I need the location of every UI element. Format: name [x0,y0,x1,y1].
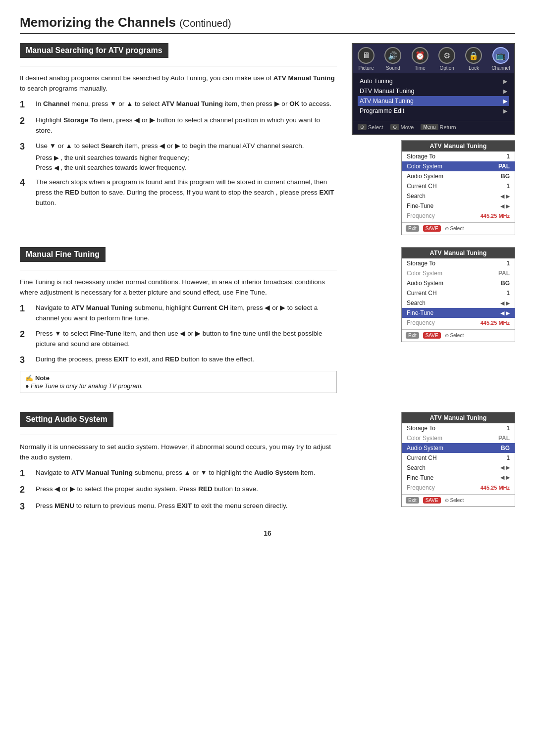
section1-left: Manual Searching for ATV programs If des… [20,43,337,235]
section1-header: Manual Searching for ATV programs [20,43,337,64]
title-text: Memorizing the Channels [20,15,176,30]
atv-row-search: Search ◀ ▶ [402,191,515,201]
atv-p3-row-storage-to: Storage To 1 [402,423,515,433]
note-title: ✍ Note [25,374,331,382]
step-2-1: 1 Navigate to ATV Manual Tuning submenu,… [20,303,337,324]
title-suffix: (Continued) [179,18,231,29]
atv-panel-1-title: ATV Manual Tuning [402,141,515,151]
atv-p2-row-audio-system: Audio System BG [402,278,515,288]
atv-p3-row-search: Search ◀ ▶ [402,463,515,473]
tv-menu-footer: ⊙ Select ⊙ Move Menu Return [353,121,514,130]
tv-icon-picture: 🖥 Picture [354,47,378,71]
section2-left: Manual Fine Tuning Fine Tuning is not ne… [20,247,337,400]
section2: Manual Fine Tuning Fine Tuning is not ne… [20,247,515,400]
step-1-2: 2 Highlight Storage To item, press ◀ or … [20,115,337,136]
step-1-4: 4 The search stops when a program is fou… [20,177,337,208]
main-title: Memorizing the Channels (Continued) [20,15,515,34]
footer-move: ⊙ Move [390,124,414,130]
picture-icon: 🖥 [358,47,374,64]
step-2-2: 2 Press ▼ to select Fine-Tune item, and … [20,329,337,350]
menu-row-auto-tuning: Auto Tuning ▶ [358,76,509,86]
tv-icon-option: ⚙ Option [434,47,459,71]
atv-p2-row-search: Search ◀ ▶ [402,298,515,308]
section2-steps: 1 Navigate to ATV Manual Tuning submenu,… [20,303,337,366]
step-3-3: 3 Press MENU to return to previous menu.… [20,501,337,512]
atv-panel-2-footer: Exit SAVE ⊙ Select [402,329,515,339]
section1: Manual Searching for ATV programs If des… [20,43,515,235]
atv-panel-2: ATV Manual Tuning Storage To 1 Color Sys… [401,247,515,342]
section2-header: Manual Fine Tuning [20,247,337,268]
atv-p2-row-color-system: Color System PAL [402,268,515,278]
atv-p2-row-fine-tune-h: Fine-Tune ◀ ▶ [402,308,515,318]
step-3-1: 1 Navigate to ATV Manual Tuning submenu,… [20,468,337,479]
section1-steps: 1 In Channel menu, press ▼ or ▲ to selec… [20,99,337,208]
tv-icon-channel: 📺 Channel [488,47,513,71]
atv-panel-3-footer: Exit SAVE ⊙ Select [402,494,515,504]
atv-p2-row-current-ch: Current CH 1 [402,288,515,298]
atv-panel-1: ATV Manual Tuning Storage To 1 Color Sys… [401,140,515,235]
sound-icon: 🔊 [384,47,401,64]
tv-menu-icons: 🖥 Picture 🔊 Sound ⏰ Time ⚙ Option 🔒 [353,44,514,73]
section3-intro: Normally it is unnecessary to set audio … [20,442,337,463]
atv-p2-row-storage-to: Storage To 1 [402,258,515,268]
lock-icon: 🔒 [465,47,482,64]
page-number: 16 [20,529,515,537]
atv-p3-row-color-system: Color System PAL [402,433,515,443]
section3-left: Setting Audio System Normally it is unne… [20,412,337,517]
section3-right: ATV Manual Tuning Storage To 1 Color Sys… [347,412,515,517]
section3: Setting Audio System Normally it is unne… [20,412,515,517]
note-bullet: ● Fine Tune is only for analog TV progra… [25,383,331,390]
footer-return: Menu Return [421,124,456,130]
atv-p3-row-frequency: Frequency 445.25 MHz [402,483,515,493]
tv-icon-time: ⏰ Time [408,47,432,71]
tv-icon-lock: 🔒 Lock [461,47,486,71]
atv-p3-row-current-ch: Current CH 1 [402,453,515,463]
section2-right: ATV Manual Tuning Storage To 1 Color Sys… [347,247,515,400]
option-icon: ⚙ [438,47,455,64]
atv-row-fine-tune: Fine-Tune ◀ ▶ [402,201,515,211]
tv-menu-items: Auto Tuning ▶ DTV Manual Tuning ▶ ATV Ma… [353,73,514,119]
tv-menu-large: 🖥 Picture 🔊 Sound ⏰ Time ⚙ Option 🔒 [352,43,515,135]
section1-intro: If desired analog programs cannot be sea… [20,73,337,94]
tv-icon-sound: 🔊 Sound [380,47,405,71]
atv-p3-row-fine-tune: Fine-Tune ◀ ▶ [402,473,515,483]
note-box: ✍ Note ● Fine Tune is only for analog TV… [20,371,337,393]
menu-row-dtv: DTV Manual Tuning ▶ [358,86,509,96]
step-1-1: 1 In Channel menu, press ▼ or ▲ to selec… [20,99,337,110]
channel-icon: 📺 [492,47,509,64]
atv-panel-3: ATV Manual Tuning Storage To 1 Color Sys… [401,412,515,507]
step-1-3: 3 Use ▼ or ▲ to select Search item, pres… [20,141,337,172]
atv-panel-2-title: ATV Manual Tuning [402,248,515,258]
atv-row-audio-system: Audio System BG [402,171,515,181]
section1-right: 🖥 Picture 🔊 Sound ⏰ Time ⚙ Option 🔒 [347,43,515,235]
section2-intro: Fine Tuning is not necessary under norma… [20,277,337,298]
atv-p3-row-audio-system-h: Audio System BG [402,443,515,453]
atv-row-storage-to: Storage To 1 [402,151,515,161]
menu-row-prog-edit: Programme Edit ▶ [358,106,509,116]
time-icon: ⏰ [412,47,428,64]
footer-select: ⊙ Select [358,124,383,130]
section3-steps: 1 Navigate to ATV Manual Tuning submenu,… [20,468,337,512]
atv-panel-3-title: ATV Manual Tuning [402,412,515,423]
menu-row-atv: ATV Manual Tuning ▶ [358,96,509,106]
step-3-2: 2 Press ◀ or ▶ to select the proper audi… [20,484,337,496]
atv-p2-row-frequency: Frequency 445.25 MHz [402,318,515,328]
atv-row-frequency: Frequency 445.25 MHz [402,211,515,221]
atv-row-color-system-h: Color System PAL [402,161,515,171]
atv-panel-1-footer: Exit SAVE ⊙ Select [402,222,515,232]
section3-header: Setting Audio System [20,412,337,433]
step-2-3: 3 During the process, press EXIT to exit… [20,354,337,366]
atv-row-current-ch: Current CH 1 [402,181,515,191]
